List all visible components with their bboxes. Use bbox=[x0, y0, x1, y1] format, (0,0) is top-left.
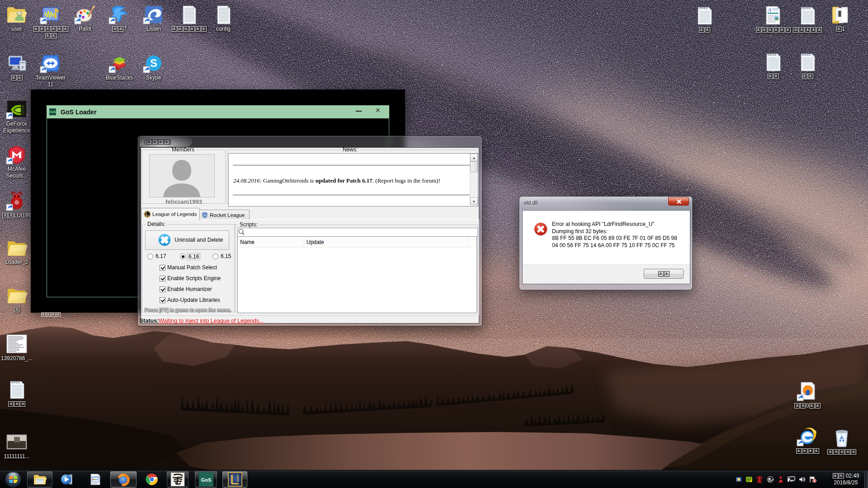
svg-text:S: S bbox=[150, 57, 157, 69]
svg-text:A: A bbox=[767, 6, 771, 13]
svg-text:GoS: GoS bbox=[201, 477, 211, 483]
